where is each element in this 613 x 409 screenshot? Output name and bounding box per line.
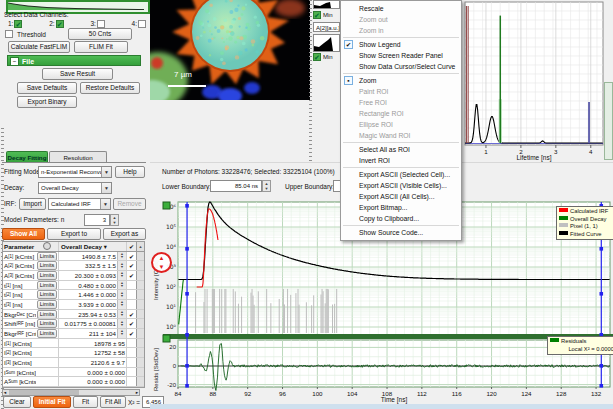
table-scrollbar[interactable]: [136, 377, 144, 386]
menu-item-copy-to-clipboard[interactable]: Copy to Clipboard...: [341, 213, 461, 224]
parameter-value[interactable]: 211 ± 104: [58, 329, 117, 338]
irf-dropdown[interactable]: Calculated IRF▼: [48, 198, 111, 210]
table-row[interactable]: I[2] [kCnts]12752 ± 58: [3, 348, 144, 358]
menu-item-show-legend[interactable]: ✔Show Legend: [341, 39, 461, 50]
table-scrollbar[interactable]: [136, 310, 144, 319]
table-row[interactable]: BkgrDec [Cnts]Limits235.94 ± 0.53▲▼✔: [3, 310, 144, 320]
table-scrollbar[interactable]: [136, 290, 144, 299]
calculate-fastflim-button[interactable]: Calculate FastFLIM: [8, 41, 70, 53]
save-result-button[interactable]: Save Result: [42, 68, 113, 80]
table-row[interactable]: ShiftIRF [ns]Limits0.01775 ± 0.00081▲▼✔: [3, 319, 144, 329]
decay-dropdown[interactable]: Overall Decay▼: [38, 182, 112, 194]
scrollbar-thumb[interactable]: [9, 390, 79, 395]
scroll-right-icon[interactable]: ►: [135, 390, 139, 395]
menu-item-select-all-as-roi[interactable]: Select All as ROI: [341, 144, 461, 155]
value-spinner[interactable]: ▲▼: [117, 329, 126, 338]
table-scrollbar[interactable]: [136, 358, 144, 367]
table-scrollbar[interactable]: [136, 339, 144, 348]
value-spinner[interactable]: ▲▼: [117, 310, 126, 319]
histogram-thumbnail-bottom[interactable]: [313, 34, 340, 52]
min-checkbox[interactable]: ✔: [313, 11, 321, 19]
value-spinner[interactable]: ▲▼: [117, 261, 126, 270]
table-row[interactable]: t[3] [ns]Limits3.939 ± 0.000▲▼: [3, 300, 144, 310]
model-parameters-n-field[interactable]: 3: [84, 214, 110, 226]
table-scrollbar[interactable]: [136, 252, 144, 261]
parameter-value[interactable]: 0.000 ± 0.000: [58, 377, 126, 386]
parameter-value[interactable]: 0.01775 ± 0.00081: [58, 319, 117, 328]
parameter-value[interactable]: 3.939 ± 0.000: [58, 300, 117, 309]
menu-item-show-source-code[interactable]: Show Source Code...: [341, 227, 461, 238]
table-scrollbar[interactable]: [136, 319, 144, 328]
row-check[interactable]: ✔: [126, 319, 136, 328]
flim-fit-button[interactable]: FLIM Fit: [74, 41, 128, 53]
menu-item-zoom[interactable]: ▪Zoom: [341, 75, 461, 86]
file-section-header[interactable]: –File: [7, 55, 141, 66]
table-scrollbar[interactable]: [136, 281, 144, 290]
table-row[interactable]: I[1] [kCnts]18978 ± 95: [3, 339, 144, 349]
image-panel-splitter[interactable]: [309, 0, 312, 163]
intensity-image[interactable]: 7 µm: [150, 0, 310, 100]
row-check[interactable]: ✔: [126, 310, 136, 319]
model-parameters-n-spinner[interactable]: [110, 214, 119, 226]
chevron-down-icon[interactable]: ▼: [101, 167, 111, 177]
export-to-clipboard-button[interactable]: Export to Clipboard: [47, 228, 101, 240]
lifetime-histogram-panel[interactable]: 1234 Lifetime [ns]: [462, 0, 613, 166]
row-check[interactable]: [126, 358, 136, 367]
irf-remove-button[interactable]: Remove: [113, 198, 146, 210]
threshold-counts-button[interactable]: 50 Cnts: [68, 28, 132, 40]
histogram-thumbnail-top[interactable]: [313, 0, 340, 9]
table-row[interactable]: t[1] [ns]Limits0.480 ± 0.000▲▼: [3, 281, 144, 291]
table-row[interactable]: A[1] [kCnts]Limits1490.8 ± 7.5▲▼✔: [3, 252, 144, 262]
lifetime-histogram[interactable]: 1234: [462, 0, 613, 154]
parameter-value[interactable]: 20.300 ± 0.093: [58, 271, 117, 280]
table-scrollbar[interactable]: [136, 300, 144, 309]
row-check[interactable]: ✔: [126, 261, 136, 270]
export-binary-button[interactable]: Export Binary: [17, 96, 77, 108]
parameter-value[interactable]: 1490.8 ± 7.5: [58, 252, 117, 261]
table-scrollbar[interactable]: [136, 368, 144, 377]
chevron-down-icon[interactable]: ▼: [100, 199, 110, 209]
row-check[interactable]: ✔: [126, 329, 136, 338]
limits-button[interactable]: Limits: [37, 290, 57, 299]
table-scrollbar[interactable]: [136, 348, 144, 357]
table-scrollbar[interactable]: [136, 261, 144, 270]
collapse-icon[interactable]: –: [10, 57, 19, 66]
lower-boundary-field[interactable]: 85.04 ns: [210, 180, 262, 192]
fitting-model-dropdown[interactable]: n-Exponential Reconvolutio▼: [38, 166, 112, 178]
row-check[interactable]: [126, 377, 136, 386]
menu-item-rescale[interactable]: Rescale: [341, 3, 461, 14]
row-check[interactable]: ✔: [126, 271, 136, 280]
clear-button[interactable]: Clear: [3, 396, 31, 408]
menu-item-invert-roi[interactable]: Invert ROI: [341, 155, 461, 166]
menu-item-show-data-cursor-select-curve[interactable]: Show Data Cursor/Select Curve: [341, 61, 461, 72]
table-scrollbar[interactable]: [136, 271, 144, 280]
menu-item-show-screen-reader-panel[interactable]: Show Screen Reader Panel: [341, 50, 461, 61]
table-scrollbar-up[interactable]: ▲: [136, 242, 144, 251]
menu-item-export-bitmap[interactable]: Export Bitmap...: [341, 202, 461, 213]
table-row[interactable]: I[3] [kCnts]2120.6 ± 9.7: [3, 358, 144, 368]
limits-button[interactable]: Limits: [37, 319, 57, 328]
save-defaults-button[interactable]: Save Defaults: [17, 82, 77, 94]
value-spinner[interactable]: ▲▼: [117, 319, 126, 328]
pan-axis-icon[interactable]: [151, 252, 172, 273]
value-spinner[interactable]: ▲▼: [117, 271, 126, 280]
limits-button[interactable]: Limits: [37, 271, 57, 280]
help-button[interactable]: Help: [115, 166, 145, 178]
menu-item-export-ascii-visible-cells[interactable]: Export ASCII (Visible Cells)...: [341, 180, 461, 191]
parameter-value[interactable]: 235.94 ± 0.53: [58, 310, 117, 319]
menu-item-export-ascii-all-cells[interactable]: Export ASCII (All Cells)...: [341, 191, 461, 202]
value-spinner[interactable]: ▲▼: [117, 290, 126, 299]
parameter-value[interactable]: 332.5 ± 1.5: [58, 261, 117, 270]
fit-button[interactable]: Fit: [73, 396, 98, 408]
value-spinner[interactable]: ▲▼: [117, 252, 126, 261]
row-check[interactable]: [126, 290, 136, 299]
min-checkbox[interactable]: ✔: [313, 53, 321, 61]
irf-import-button[interactable]: Import: [19, 198, 46, 210]
parameter-table[interactable]: ParameterOverall Decay ▾✔▲A[1] [kCnts]Li…: [2, 241, 145, 388]
channel-3-checkbox[interactable]: [97, 20, 105, 28]
row-check[interactable]: ✔: [126, 252, 136, 261]
limits-button[interactable]: Limits: [37, 252, 57, 261]
channel-4-checkbox[interactable]: [138, 20, 146, 28]
parameter-value[interactable]: 12752 ± 58: [58, 348, 126, 357]
channel-2-checkbox[interactable]: ✔: [56, 20, 64, 28]
